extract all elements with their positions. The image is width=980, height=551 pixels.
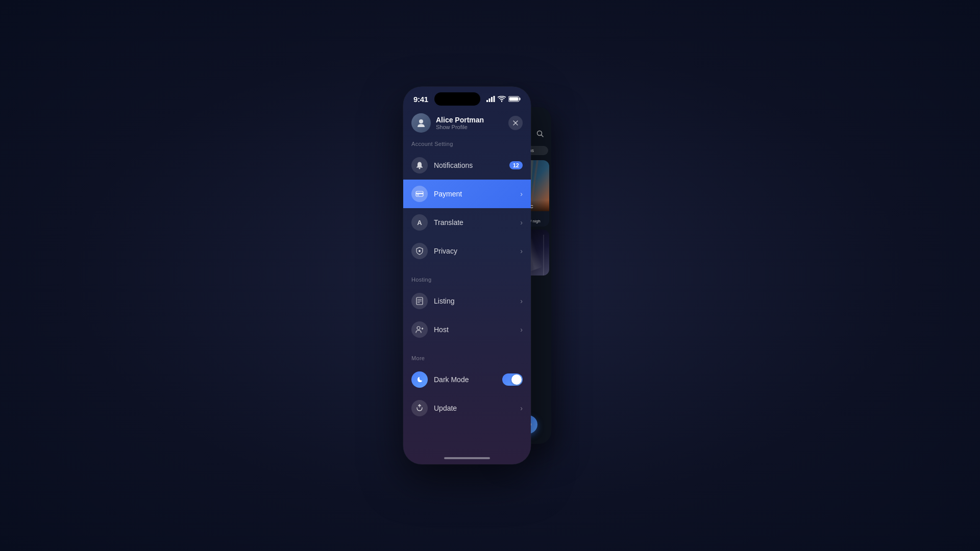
status-icons bbox=[486, 96, 521, 102]
menu-item-left: Notifications bbox=[411, 157, 473, 173]
svg-rect-10 bbox=[493, 96, 495, 102]
signal-icon bbox=[486, 96, 495, 102]
svg-rect-9 bbox=[491, 97, 493, 102]
svg-rect-13 bbox=[509, 97, 518, 101]
phone-container: 9:41 Cabins bbox=[403, 87, 577, 464]
chevron-icon: › bbox=[520, 247, 523, 255]
menu-item-right: › bbox=[520, 325, 523, 334]
profile-text: Alice Portman Show Profile bbox=[436, 116, 484, 131]
menu-item-right: › bbox=[520, 297, 523, 305]
host-icon-wrap bbox=[411, 321, 428, 338]
shield-icon bbox=[416, 247, 423, 255]
home-indicator bbox=[444, 457, 490, 459]
update-icon bbox=[416, 404, 423, 412]
chevron-icon: › bbox=[520, 404, 523, 412]
toggle-thumb bbox=[511, 374, 522, 385]
menu-item-payment[interactable]: Payment › bbox=[403, 180, 531, 208]
menu-item-left: Listing bbox=[411, 293, 454, 309]
profile-name: Alice Portman bbox=[436, 116, 484, 124]
menu-item-right: › bbox=[520, 218, 523, 227]
menu-item-right: 12 bbox=[509, 161, 523, 169]
privacy-label: Privacy bbox=[434, 247, 457, 255]
translate-label: Translate bbox=[434, 218, 463, 227]
chevron-icon: › bbox=[520, 325, 523, 334]
svg-rect-7 bbox=[486, 100, 488, 102]
close-button[interactable] bbox=[508, 116, 523, 130]
moon-icon bbox=[416, 376, 423, 383]
menu-item-host[interactable]: Host › bbox=[403, 315, 531, 344]
menu-item-privacy[interactable]: Privacy › bbox=[403, 237, 531, 265]
notifications-label: Notifications bbox=[434, 161, 473, 169]
profile-header: Alice Portman Show Profile bbox=[403, 109, 531, 139]
listing-label: Listing bbox=[434, 297, 454, 305]
menu-item-left: Dark Mode bbox=[411, 371, 469, 388]
svg-rect-19 bbox=[416, 193, 423, 194]
section-gap-2 bbox=[403, 344, 531, 353]
menu-item-right bbox=[502, 373, 523, 386]
phone-main: 9:41 bbox=[403, 87, 531, 464]
bg-search-icon[interactable] bbox=[533, 127, 547, 141]
menu-item-listing[interactable]: Listing › bbox=[403, 287, 531, 315]
listing-icon-wrap bbox=[411, 293, 428, 309]
svg-rect-12 bbox=[519, 98, 520, 101]
svg-point-17 bbox=[419, 168, 421, 169]
listing-icon bbox=[416, 297, 423, 305]
avatar[interactable] bbox=[411, 113, 431, 133]
svg-point-14 bbox=[419, 119, 423, 123]
bell-icon bbox=[415, 161, 424, 169]
menu-item-right: › bbox=[520, 404, 523, 412]
status-bar: 9:41 bbox=[403, 87, 531, 109]
hosting-section-label: Hosting bbox=[403, 274, 531, 287]
more-section-label: More bbox=[403, 353, 531, 365]
svg-point-26 bbox=[417, 327, 420, 330]
menu-item-notifications[interactable]: Notifications 12 bbox=[403, 151, 531, 180]
menu-item-translate[interactable]: A Translate › bbox=[403, 208, 531, 237]
battery-icon bbox=[508, 96, 521, 102]
wifi-icon bbox=[498, 96, 506, 102]
payment-label: Payment bbox=[434, 190, 462, 198]
chevron-icon: › bbox=[520, 218, 523, 227]
dark-mode-toggle[interactable] bbox=[502, 373, 523, 386]
dark-mode-label: Dark Mode bbox=[434, 375, 469, 384]
payment-icon-wrap bbox=[411, 186, 428, 202]
section-gap-1 bbox=[403, 265, 531, 274]
svg-point-21 bbox=[419, 250, 421, 252]
translate-icon: A bbox=[417, 219, 422, 227]
notification-badge: 12 bbox=[509, 161, 523, 169]
menu-item-left: Update bbox=[411, 400, 457, 416]
profile-left: Alice Portman Show Profile bbox=[411, 113, 484, 133]
dynamic-island bbox=[434, 92, 480, 106]
account-setting-label: Account Setting bbox=[403, 139, 531, 151]
translate-icon-wrap: A bbox=[411, 214, 428, 231]
menu-item-dark-mode[interactable]: Dark Mode bbox=[403, 365, 531, 394]
status-time: 9:41 bbox=[413, 95, 428, 104]
update-icon-wrap bbox=[411, 400, 428, 416]
chevron-icon: › bbox=[520, 190, 523, 198]
menu-item-left: A Translate bbox=[411, 214, 463, 231]
menu-item-update[interactable]: Update › bbox=[403, 394, 531, 422]
menu-item-left: Privacy bbox=[411, 243, 457, 259]
svg-line-4 bbox=[542, 135, 544, 137]
svg-rect-8 bbox=[488, 98, 490, 102]
profile-sub[interactable]: Show Profile bbox=[436, 124, 484, 130]
menu-item-left: Payment bbox=[411, 186, 462, 202]
svg-rect-20 bbox=[417, 195, 419, 196]
chevron-icon: › bbox=[520, 297, 523, 305]
privacy-icon-wrap bbox=[411, 243, 428, 259]
notifications-icon-wrap bbox=[411, 157, 428, 173]
menu-item-left: Host bbox=[411, 321, 449, 338]
host-icon bbox=[415, 325, 424, 334]
menu-item-right: › bbox=[520, 190, 523, 198]
menu-item-right: › bbox=[520, 247, 523, 255]
payment-icon bbox=[415, 190, 424, 197]
dark-mode-icon-wrap bbox=[411, 371, 428, 388]
host-label: Host bbox=[434, 325, 449, 334]
update-label: Update bbox=[434, 404, 457, 412]
